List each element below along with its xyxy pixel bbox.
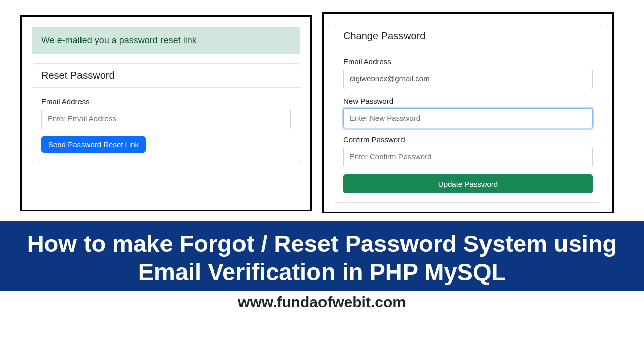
confirm-password-group: Confirm Password: [343, 135, 593, 167]
change-password-panel: Change Password Email Address New Passwo…: [322, 12, 614, 213]
card-title: Change Password: [334, 24, 602, 48]
send-reset-link-button[interactable]: Send Password Reset Link: [41, 136, 146, 153]
panels-row: We e-mailed you a password reset link Re…: [0, 0, 644, 221]
new-password-group: New Password: [343, 97, 593, 129]
email-label: Email Address: [343, 57, 593, 66]
new-password-input[interactable]: [343, 108, 593, 129]
email-label: Email Address: [41, 97, 291, 106]
confirm-password-input[interactable]: [343, 147, 593, 167]
card-title: Reset Password: [32, 64, 300, 88]
alert-success: We e-mailed you a password reset link: [32, 27, 300, 54]
email-input[interactable]: [41, 109, 291, 129]
new-password-label: New Password: [343, 97, 593, 105]
reset-password-card: Reset Password Email Address Send Passwo…: [32, 63, 300, 162]
change-password-card: Change Password Email Address New Passwo…: [334, 24, 602, 203]
card-body: Email Address New Password Confirm Passw…: [334, 48, 602, 202]
footer-url: www.fundaofwebit.com: [0, 291, 644, 314]
email-group: Email Address: [41, 97, 291, 129]
card-body: Email Address Send Password Reset Link: [32, 88, 300, 162]
confirm-password-label: Confirm Password: [343, 135, 593, 144]
email-group: Email Address: [343, 57, 593, 89]
update-password-button[interactable]: Update Password: [343, 174, 593, 193]
title-banner: How to make Forgot / Reset Password Syst…: [0, 221, 644, 291]
email-input[interactable]: [343, 69, 593, 89]
reset-password-panel: We e-mailed you a password reset link Re…: [20, 15, 312, 211]
banner-title: How to make Forgot / Reset Password Syst…: [15, 230, 629, 287]
